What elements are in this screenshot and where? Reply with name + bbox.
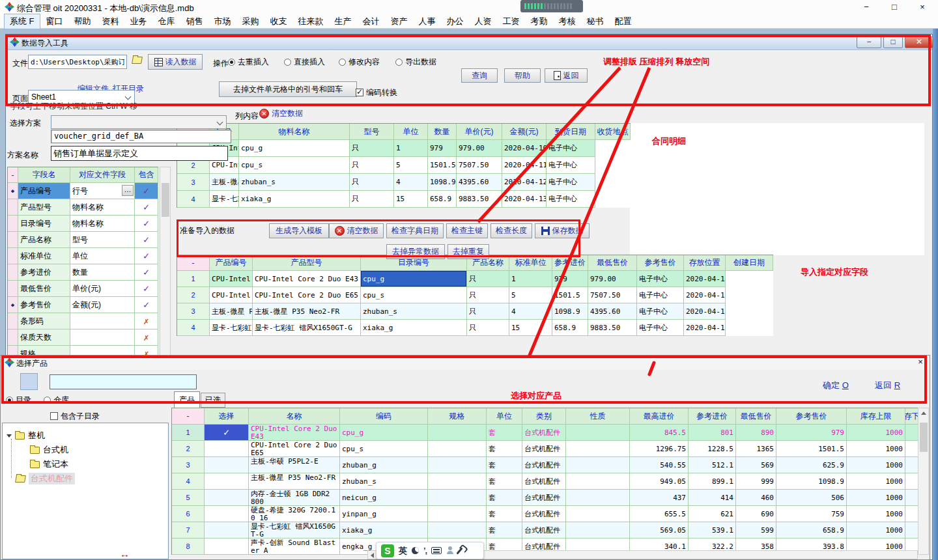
cell[interactable]: 主板-微星 P35 Neo2-FR <box>210 174 239 191</box>
cell[interactable] <box>205 506 249 522</box>
cell[interactable]: 1 <box>172 425 205 441</box>
cell[interactable]: 参考进价 <box>18 264 70 281</box>
cell[interactable]: 658.9 <box>776 522 847 539</box>
cell[interactable]: 4 <box>394 174 428 191</box>
cell[interactable]: 单位 <box>70 248 135 264</box>
query-button[interactable]: 查询 <box>461 68 498 83</box>
cell[interactable]: 套 <box>487 457 522 473</box>
column-header[interactable]: 最低售价 <box>736 408 776 425</box>
cell[interactable]: 台式机配件 <box>522 473 566 490</box>
cell[interactable]: 15 <box>394 191 428 208</box>
scheme-select[interactable] <box>51 115 227 129</box>
cell[interactable] <box>566 425 630 441</box>
column-header[interactable]: 参考进价 <box>689 408 736 425</box>
prepare-button-4[interactable]: 检查长度 <box>490 223 532 238</box>
table-row[interactable]: 1CPU-Intel Core 2 Duo E43cpu_g只1979979.0… <box>177 140 631 157</box>
column-header[interactable]: 产品型号 <box>253 255 361 271</box>
column-header[interactable]: 单价(元) <box>457 124 502 140</box>
back-link[interactable]: 返回 R <box>875 380 900 391</box>
cell[interactable]: 979 <box>552 271 588 287</box>
open-folder-icon[interactable] <box>132 57 142 66</box>
cell[interactable]: cpu_g <box>239 140 350 157</box>
cell[interactable]: 最低售价 <box>18 281 70 297</box>
cell[interactable]: 2020-04-13 <box>684 320 726 336</box>
cell[interactable]: 2 <box>172 441 205 457</box>
tree-item-1[interactable]: 台式机 <box>30 444 68 456</box>
punctuation-icon[interactable]: ’, <box>423 546 427 555</box>
person-icon[interactable] <box>446 546 454 555</box>
column-header[interactable]: 库存上限 <box>847 408 905 425</box>
cell[interactable]: 产品编号 <box>18 183 70 199</box>
cell[interactable]: ✓ <box>135 281 158 297</box>
cell[interactable]: 512.1 <box>689 457 736 473</box>
prepare-button-5[interactable]: 保存数据 <box>535 223 590 238</box>
cell[interactable] <box>205 539 249 555</box>
mapping-scrollbar[interactable] <box>160 167 171 356</box>
cell[interactable]: 物料名称 <box>70 199 135 216</box>
menu-item-9[interactable]: 收支 <box>265 14 292 29</box>
cell[interactable]: 9883.50 <box>588 320 637 336</box>
ime-toolbar[interactable]: S 英 ’, <box>376 542 484 559</box>
cell[interactable]: 电子中心 <box>637 320 684 336</box>
cell[interactable]: zhuban_s <box>340 473 428 490</box>
cell[interactable]: 1000 <box>847 457 905 473</box>
column-header[interactable]: 对应文件字段 <box>70 167 135 183</box>
cell[interactable] <box>905 441 918 457</box>
cell[interactable]: 电子中心 <box>637 271 684 287</box>
cell[interactable]: 1000 <box>847 490 905 506</box>
prepare-button-0[interactable]: 生成导入模板 <box>269 223 329 238</box>
cell[interactable]: 只 <box>350 140 394 157</box>
table-row[interactable]: 产品型号物料名称✓ <box>8 199 158 216</box>
cell[interactable]: 参考售价 <box>18 297 70 313</box>
cell[interactable] <box>905 457 918 473</box>
dialog-restore-button[interactable]: □ <box>883 36 903 48</box>
operation-radio-0[interactable]: 去重插入 <box>228 57 269 68</box>
cell[interactable]: 套 <box>487 441 522 457</box>
table-row[interactable]: 标准单位单位✓ <box>8 248 158 264</box>
prepare-button-2[interactable]: 检查字典日期 <box>386 223 444 238</box>
column-header[interactable]: 存放位置 <box>684 255 726 271</box>
cell[interactable] <box>205 490 249 506</box>
cell[interactable]: 4 <box>509 303 552 320</box>
cell[interactable]: 内存-金士顿 1GB DDR2 800 <box>249 490 340 506</box>
column-header[interactable]: 数量 <box>428 124 457 140</box>
menu-item-15[interactable]: 办公 <box>442 14 469 29</box>
column-header[interactable]: 最低售价 <box>588 255 637 271</box>
column-header[interactable]: 参考进价 <box>552 255 588 271</box>
dialog-minimize-button[interactable]: − <box>857 36 881 48</box>
cell[interactable] <box>566 490 630 506</box>
cell[interactable] <box>428 457 487 473</box>
table-row[interactable]: 3主板-微星 P35 Neo2-FR主板-微星 P35 Neo2-FRzhuba… <box>177 303 773 320</box>
prepare-button-3[interactable]: 检查主键 <box>446 223 488 238</box>
menu-item-6[interactable]: 销售 <box>181 14 208 29</box>
cell[interactable]: CPU-Intel Core 2 Duo E65 <box>249 441 340 457</box>
cell[interactable]: 658.9 <box>428 191 457 208</box>
cell[interactable]: 690 <box>736 506 776 522</box>
cell[interactable]: 1 <box>509 271 552 287</box>
cell[interactable]: 621 <box>689 506 736 522</box>
menu-item-5[interactable]: 仓库 <box>153 14 180 29</box>
cell[interactable]: 只 <box>467 287 509 303</box>
cell[interactable]: 台式机配件 <box>522 425 566 441</box>
expander-icon[interactable] <box>7 434 12 438</box>
moon-icon[interactable] <box>412 547 419 554</box>
cell[interactable] <box>428 425 487 441</box>
cell[interactable]: 只 <box>467 320 509 336</box>
cell[interactable]: 电子中心 <box>637 287 684 303</box>
cell[interactable]: 7 <box>172 522 205 539</box>
cell[interactable] <box>905 473 918 490</box>
product-dialog-close-button[interactable]: × <box>911 355 930 369</box>
cell[interactable]: 801 <box>689 425 736 441</box>
sogou-logo-icon[interactable]: S <box>381 544 394 557</box>
tree-item-0[interactable]: 整机 <box>7 430 45 441</box>
cell[interactable]: 569 <box>736 457 776 473</box>
cell[interactable]: 只 <box>350 157 394 174</box>
cell[interactable]: yinpan_g <box>340 506 428 522</box>
cell[interactable]: 套 <box>487 473 522 490</box>
cell[interactable] <box>8 313 18 329</box>
cell[interactable] <box>8 248 18 264</box>
menu-item-16[interactable]: 人资 <box>470 14 497 29</box>
column-header[interactable]: 编码 <box>340 408 428 425</box>
cell[interactable]: 979 <box>776 425 847 441</box>
table-row[interactable]: 3主板-微星 P35 Neo2-FRzhuban_s只41098.94395.6… <box>177 174 631 191</box>
